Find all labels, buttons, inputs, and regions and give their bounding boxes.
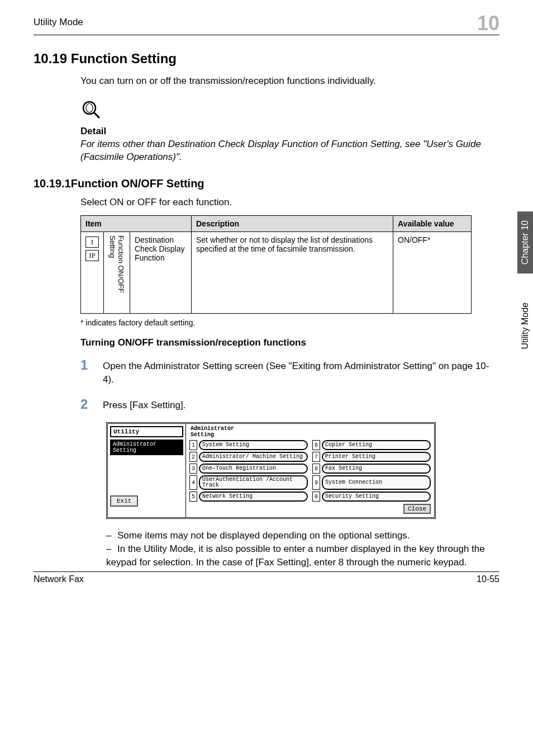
item-description: Set whether or not to display the list o…: [192, 232, 393, 314]
menu-one-touch[interactable]: 3 One-Touch Registration: [189, 464, 308, 474]
menu-fax-setting[interactable]: 8 Fax Setting: [312, 464, 431, 474]
note-1: Some items may not be displayed dependin…: [117, 530, 410, 541]
magnifier-icon: [80, 99, 103, 121]
detail-block: Detail For items other than Destination …: [80, 99, 499, 164]
step-2: 2 Press [Fax Setting].: [80, 396, 499, 412]
menu-copier-setting[interactable]: 6 Copier Setting: [312, 440, 431, 450]
spec-table: Item Description Available value I IP Fu…: [80, 215, 499, 314]
notes-list: –Some items may not be displayed dependi…: [106, 529, 499, 569]
menu-security-setting[interactable]: 0 Security Setting: [312, 492, 431, 502]
subsection-intro: Select ON or OFF for each function.: [80, 196, 499, 209]
turning-heading: Turning ON/OFF transmission/reception fu…: [80, 337, 499, 348]
section-title: 10.19 Function Setting: [34, 51, 499, 67]
ip-box: IP: [85, 250, 99, 261]
vert-label-cell: Function ON/OFF Setting: [104, 232, 130, 314]
screen-title: Administrator Setting: [189, 425, 431, 440]
sidebar-utility-button[interactable]: Utility: [110, 426, 183, 437]
detail-label: Detail: [80, 126, 499, 137]
detail-text: For items other than Destination Check D…: [80, 138, 499, 164]
step-1-text: Open the Administrator Setting screen (S…: [103, 357, 499, 386]
device-screenshot: Utility Administrator Setting Exit Admin…: [106, 422, 499, 519]
th-available: Available value: [393, 216, 472, 232]
step-2-num: 2: [80, 396, 103, 412]
step-1: 1 Open the Administrator Setting screen …: [80, 357, 499, 386]
svg-line-2: [94, 112, 99, 118]
footer-left: Network Fax: [34, 574, 84, 584]
note-2: In the Utility Mode, it is also possible…: [106, 544, 485, 568]
footer-right: 10-55: [477, 574, 499, 584]
vert-label: Function ON/OFF Setting: [108, 235, 125, 308]
screen-sidebar: Utility Administrator Setting Exit: [108, 424, 186, 517]
step-2-text: Press [Fax Setting].: [103, 396, 185, 412]
section-intro: You can turn on or off the transmission/…: [80, 74, 499, 88]
tab-utility: Utility Mode: [517, 292, 533, 360]
item-available: ON/OFF*: [393, 232, 472, 314]
item-label: Destination Check Display Function: [130, 232, 192, 314]
screen-main: Administrator Setting 1 System Setting 6…: [186, 424, 434, 517]
th-item: Item: [81, 216, 192, 232]
chapter-number: 10: [477, 13, 499, 34]
side-tabs: Chapter 10 Utility Mode: [517, 211, 533, 360]
step-1-num: 1: [80, 357, 103, 373]
menu-system-setting[interactable]: 1 System Setting: [189, 440, 308, 450]
header: Utility Mode 10: [34, 17, 499, 35]
menu-system-connection[interactable]: 9 System Connection: [312, 475, 431, 490]
exit-button[interactable]: Exit: [110, 495, 138, 507]
sidebar-admin-selected[interactable]: Administrator Setting: [110, 440, 183, 455]
asterisk-note: * indicates factory default setting.: [80, 318, 499, 327]
i-box: I: [85, 237, 99, 248]
menu-network-setting[interactable]: 5 Network Setting: [189, 492, 308, 502]
th-description: Description: [192, 216, 393, 232]
subsection-title: 10.19.1Function ON/OFF Setting: [34, 177, 499, 190]
tab-chapter: Chapter 10: [517, 211, 533, 273]
item-ip-cell: I IP: [81, 232, 104, 314]
menu-user-auth[interactable]: 4 UserAuthentication /Account Track: [189, 475, 308, 490]
header-left: Utility Mode: [34, 17, 83, 28]
menu-printer-setting[interactable]: 7 Printer Setting: [312, 452, 431, 462]
footer: Network Fax 10-55: [34, 571, 499, 584]
close-button[interactable]: Close: [403, 504, 431, 514]
svg-point-1: [86, 103, 93, 112]
menu-admin-machine[interactable]: 2 Administrator/ Machine Setting: [189, 452, 308, 462]
